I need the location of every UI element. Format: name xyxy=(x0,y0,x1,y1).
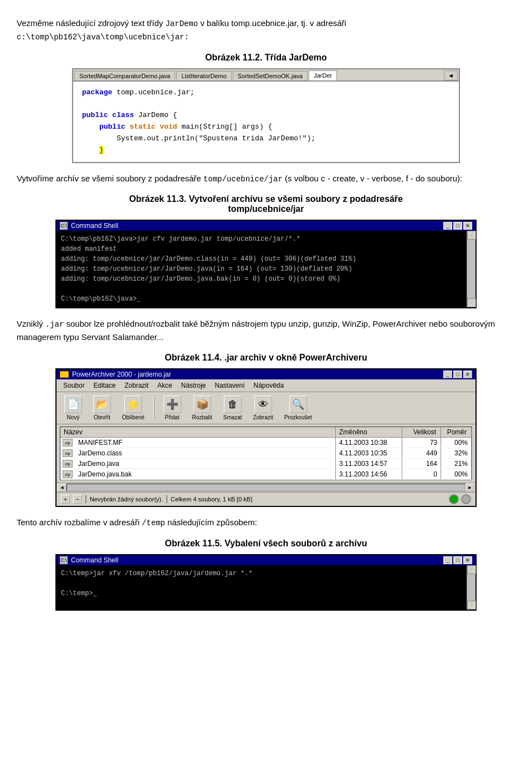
pa-otevrit-label: Otevřít xyxy=(94,414,110,420)
cmd-close-1[interactable]: ✕ xyxy=(463,222,472,230)
cmd-scroll-up-2[interactable]: ▲ xyxy=(467,565,476,574)
cmd-scroll-up-1[interactable]: ▲ xyxy=(467,231,476,240)
cmd-scroll-down-1[interactable]: ▼ xyxy=(467,298,476,307)
cmd-icon-2: C:\ xyxy=(60,556,68,564)
pa-tool-oblibene[interactable]: ⭐ Oblíbené xyxy=(117,394,149,422)
pa-menu-nastaveni[interactable]: Nastavení xyxy=(210,381,249,390)
pa-file-list: Název Změněno Velikost Poměr zip MANIFES… xyxy=(60,427,472,480)
code-body: package tomp.ucebnice.jar; public class … xyxy=(73,82,459,162)
figure4-title: Obrázek 11.5. Vybalení všech souborů z a… xyxy=(17,539,515,549)
file-size-bak: 0 xyxy=(402,469,441,479)
pa-prozkousets-icon: 🔍 xyxy=(289,395,307,413)
cmd-title-2: Command Shell xyxy=(71,556,118,564)
file-icon-class: zip xyxy=(63,449,73,457)
pa-menu-soubor[interactable]: Soubor xyxy=(59,381,89,390)
tab-sortedmap[interactable]: SortedMapComparatorDemo.java xyxy=(74,71,175,80)
tab-jardemo[interactable]: JarDer xyxy=(309,70,337,80)
cmd-btns-2: _ □ ✕ xyxy=(443,556,472,564)
pa-menu-akce[interactable]: Akce xyxy=(153,381,177,390)
intro-classname: JarDemo xyxy=(165,19,198,28)
pa-minimize[interactable]: _ xyxy=(443,371,452,378)
pa-toolbar-sep1 xyxy=(154,397,155,419)
pa-hscroll: ◄ ► xyxy=(57,483,475,492)
table-row[interactable]: zip JarDemo.class 4.11.2003 10:35 449 32… xyxy=(60,448,472,459)
command-shell-2: C:\ Command Shell _ □ ✕ ▲ ▼ C:\temp>jar … xyxy=(55,554,477,611)
file-size-class: 449 xyxy=(402,448,441,458)
cmd-line2: added manifest xyxy=(61,244,461,254)
pa-titlebar: PowerArchiver 2000 - jardemo.jar _ □ ✕ xyxy=(57,369,475,379)
cmd2-line2 xyxy=(61,579,461,589)
pa-smazat-icon: 🗑 xyxy=(224,395,242,413)
cmd-maximize-2[interactable]: □ xyxy=(453,556,462,564)
pa-zobrazit-icon: 👁 xyxy=(254,395,272,413)
cmd-scrollbar-2[interactable]: ▲ ▼ xyxy=(467,565,475,610)
pa-status-minus[interactable]: − xyxy=(73,495,82,504)
pa-col-ratio: Poměr xyxy=(441,427,472,437)
cmd-minimize-1[interactable]: _ xyxy=(443,222,452,230)
intro-paragraph: Vezměme následující zdrojový text třídy … xyxy=(17,17,515,44)
file-changed-bak: 3.11.2003 14:56 xyxy=(336,469,402,479)
intro-path: c:\tomp\pb162\java\tomp\ucebnice\jar: xyxy=(17,33,189,42)
figure1-title: Obrázek 11.2. Třída JarDemo xyxy=(17,53,515,63)
cmd2-line1: C:\temp>jar xfv /tomp/pb162/java/jardemo… xyxy=(61,569,461,579)
file-icon-java: zip xyxy=(63,460,73,468)
table-row[interactable]: zip JarDemo.java.bak 3.11.2003 14:56 0 0… xyxy=(60,469,472,480)
pa-close[interactable]: ✕ xyxy=(463,371,472,378)
pa-menu-nastroje[interactable]: Nástroje xyxy=(177,381,211,390)
pa-pridat-label: Přidat xyxy=(165,414,180,420)
cmd-btns-1: _ □ ✕ xyxy=(443,222,472,230)
tab-scroll[interactable]: ◄ xyxy=(444,70,458,80)
code-line2 xyxy=(82,99,450,110)
table-row[interactable]: zip MANIFEST.MF 4.11.2003 10:38 73 00% xyxy=(60,438,472,448)
cmd-scroll-down-2[interactable]: ▼ xyxy=(467,601,476,610)
pa-zobrazit-label: Zobrazit xyxy=(253,414,273,420)
pa-status-selected: Nevybrán žádný soubor(y). xyxy=(90,496,163,503)
pa-status-circle-gray xyxy=(461,494,471,504)
pa-tool-prozkousets[interactable]: 🔍 Prozkoušet xyxy=(280,394,316,422)
cmd-line1: C:\tomp\pb162\java>jar cfv jardemo.jar t… xyxy=(61,234,461,244)
pa-col-size: Velikost xyxy=(402,427,441,437)
jar-ext: .jar xyxy=(45,320,64,329)
pa-rozbalit-icon: 📦 xyxy=(193,395,211,413)
pa-menu-napoveda[interactable]: Nápověda xyxy=(249,381,289,390)
cmd-title-1: Command Shell xyxy=(71,222,118,230)
pa-tool-novy[interactable]: 📄 Nový xyxy=(60,394,86,422)
tab-listiterator[interactable]: ListIteratorDemo xyxy=(176,71,231,80)
pa-status-icons xyxy=(449,494,471,504)
file-ratio-manifest: 00% xyxy=(441,438,472,448)
pa-menubar: Soubor Editace Zobrazit Akce Nástroje Na… xyxy=(57,379,475,392)
pa-maximize[interactable]: □ xyxy=(453,371,462,378)
file-ratio-class: 32% xyxy=(441,448,472,458)
code-line3: public class JarDemo { xyxy=(82,110,450,121)
pa-titlebtns: _ □ ✕ xyxy=(443,371,472,378)
pa-status-sep2 xyxy=(166,495,167,503)
cmd-close-2[interactable]: ✕ xyxy=(463,556,472,564)
cmd-line3: adding: tomp/ucebnice/jar/JarDemo.class(… xyxy=(61,254,461,264)
pa-tool-rozbalit[interactable]: 📦 Rozbalit xyxy=(188,394,217,422)
pa-status-plus[interactable]: + xyxy=(61,495,70,504)
pa-tool-smazat[interactable]: 🗑 Smazat xyxy=(219,394,247,422)
pa-menu-editace[interactable]: Editace xyxy=(89,381,120,390)
cmd-titlebar-1: C:\ Command Shell _ □ ✕ xyxy=(57,221,475,231)
pa-menu-zobrazit[interactable]: Zobrazit xyxy=(120,381,153,390)
pa-status-circle-green xyxy=(449,494,459,504)
pa-novy-label: Nový xyxy=(67,414,80,420)
cmd-minimize-2[interactable]: _ xyxy=(443,556,452,564)
pa-tool-zobrazit[interactable]: 👁 Zobrazit xyxy=(249,394,278,422)
pa-hscroll-right[interactable]: ► xyxy=(466,484,474,491)
temp-path: /temp xyxy=(142,519,165,527)
tab-sortedset[interactable]: SortedSetDemoOK.java xyxy=(233,71,308,80)
cmd-line7: C:\tomp\pb162\java>_ xyxy=(61,294,461,304)
code-editor: SortedMapComparatorDemo.java ListIterato… xyxy=(72,68,460,163)
pa-tool-otevrit[interactable]: 📂 Otevřít xyxy=(89,394,115,422)
cmd-body-2: ▲ ▼ C:\temp>jar xfv /tomp/pb162/java/jar… xyxy=(57,565,475,610)
pa-oblibene-icon: ⭐ xyxy=(124,395,142,413)
cmd-scrollbar-1[interactable]: ▲ ▼ xyxy=(467,231,475,307)
table-row[interactable]: zip JarDemo.java 3.11.2003 14:57 164 21% xyxy=(60,459,472,469)
cmd-maximize-1[interactable]: □ xyxy=(453,222,462,230)
file-ratio-java: 21% xyxy=(441,459,472,469)
pa-tool-pridat[interactable]: ➕ Přidat xyxy=(159,394,186,422)
cmd-line6 xyxy=(61,284,461,294)
pa-hscroll-left[interactable]: ◄ xyxy=(58,484,66,491)
pa-hscroll-track[interactable] xyxy=(66,484,466,491)
